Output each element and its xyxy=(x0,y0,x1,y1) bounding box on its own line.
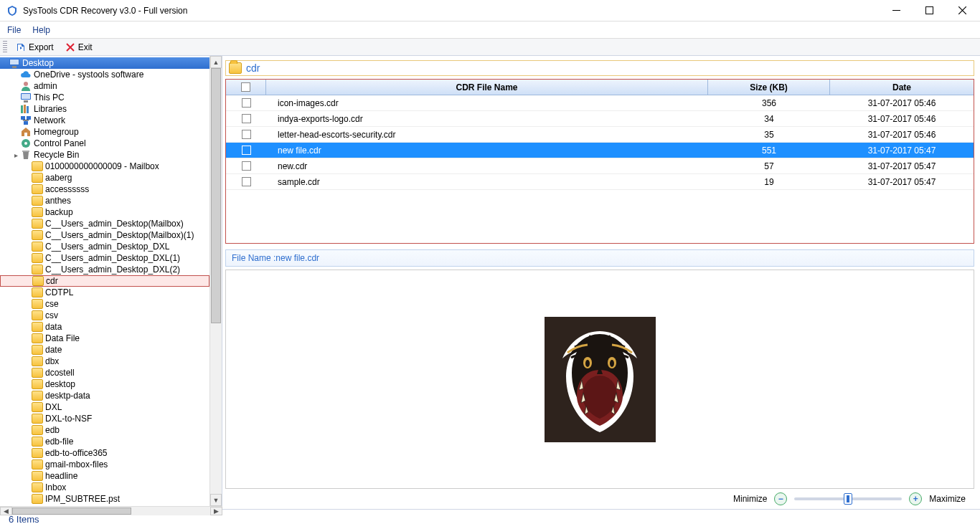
minimize-button[interactable] xyxy=(880,0,913,22)
tree-folder[interactable]: C__Users_admin_Desktop_DXL(1) xyxy=(0,252,209,264)
tree-label: dbx xyxy=(45,356,59,366)
tree-folder[interactable]: desktop xyxy=(0,378,209,390)
tree-label: date xyxy=(45,345,62,355)
tree-folder[interactable]: gmail-mbox-files xyxy=(0,459,209,470)
grid-row[interactable]: new file.cdr55131-07-2017 05:47 xyxy=(226,143,974,158)
toolbar-grip xyxy=(3,41,7,54)
tree-folder[interactable]: edb xyxy=(0,424,209,436)
scroll-right-icon[interactable]: ▶ xyxy=(210,507,222,515)
tree-label: DXL xyxy=(45,402,62,412)
tree-folder[interactable]: IPM_SUBTREE.pst xyxy=(0,493,209,505)
export-button[interactable]: Export xyxy=(11,39,58,55)
tree-folder[interactable]: dcostell xyxy=(0,367,209,378)
tree-folder[interactable]: anthes xyxy=(0,195,209,206)
row-checkbox[interactable] xyxy=(242,130,251,139)
grid-row[interactable]: icon-images.cdr35631-07-2017 05:46 xyxy=(226,95,974,111)
tree-folder[interactable]: C__Users_admin_Desktop(Mailbox)(1) xyxy=(0,229,209,241)
tree-folder[interactable]: CDTPL xyxy=(0,287,209,298)
tree-item[interactable]: OneDrive - systools software xyxy=(0,69,209,80)
grid-row[interactable]: new.cdr5731-07-2017 05:47 xyxy=(226,158,974,174)
expand-icon[interactable]: ▸ xyxy=(11,151,20,159)
exit-label: Exit xyxy=(78,42,93,52)
tree-icon xyxy=(32,287,43,298)
tree-item[interactable]: Network xyxy=(0,115,209,126)
tree-folder[interactable]: aaberg xyxy=(0,172,209,184)
row-size: 34 xyxy=(708,114,830,124)
row-checkbox[interactable] xyxy=(242,146,251,155)
header-checkbox[interactable] xyxy=(241,82,250,92)
col-date[interactable]: Date xyxy=(830,80,974,95)
row-size: 551 xyxy=(708,146,830,156)
tree-folder[interactable]: desktp-data xyxy=(0,390,209,401)
tree-folder[interactable]: accessssss xyxy=(0,184,209,195)
row-size: 19 xyxy=(708,177,830,187)
tree-item[interactable]: admin xyxy=(0,80,209,92)
tree-icon xyxy=(20,80,32,92)
tree-folder[interactable]: data xyxy=(0,321,209,333)
svg-rect-11 xyxy=(27,106,29,113)
zoom-out-button[interactable]: − xyxy=(774,492,787,505)
tree-label: edb-file xyxy=(45,437,73,447)
tree-folder[interactable]: Inbox xyxy=(0,482,209,493)
maximize-button[interactable] xyxy=(913,0,946,22)
tree-label: C__Users_admin_Desktop_DXL xyxy=(45,242,169,252)
zoom-in-button[interactable]: + xyxy=(909,492,922,505)
svg-rect-12 xyxy=(21,116,25,120)
tree-folder[interactable]: edb-file xyxy=(0,436,209,447)
svg-rect-0 xyxy=(892,10,900,11)
tree-item[interactable]: ▸Recycle Bin xyxy=(0,149,209,161)
tree-folder[interactable]: csv xyxy=(0,310,209,321)
tree-folder[interactable]: DXL xyxy=(0,401,209,413)
grid-row[interactable]: indya-exports-logo.cdr3431-07-2017 05:46 xyxy=(226,111,974,127)
tree-folder[interactable]: edb-to-office365 xyxy=(0,447,209,459)
row-size: 57 xyxy=(708,161,830,171)
zoom-slider[interactable] xyxy=(794,497,902,500)
tree-folder[interactable]: cse xyxy=(0,298,209,310)
content: cdr CDR File Name Size (KB) Date icon-im… xyxy=(222,56,980,509)
row-checkbox[interactable] xyxy=(242,114,251,123)
scroll-hthumb[interactable] xyxy=(12,507,131,515)
zoom-thumb[interactable] xyxy=(844,493,852,505)
zoom-min-label: Minimize xyxy=(733,494,767,504)
tree-folder[interactable]: headline xyxy=(0,470,209,482)
grid-row[interactable]: letter-head-escorts-security.cdr3531-07-… xyxy=(226,127,974,143)
col-checkbox[interactable] xyxy=(226,80,266,95)
col-name[interactable]: CDR File Name xyxy=(266,80,708,95)
tree-item[interactable]: This PC xyxy=(0,92,209,103)
exit-button[interactable]: Exit xyxy=(61,39,97,55)
tree-item[interactable]: Homegroup xyxy=(0,126,209,138)
menu-help[interactable]: Help xyxy=(32,25,50,35)
sidebar-vscroll[interactable]: ▲ ▼ xyxy=(209,56,222,506)
tree-label: accessssss xyxy=(45,184,89,194)
tree-folder[interactable]: C__Users_admin_Desktop(Mailbox) xyxy=(0,218,209,229)
preview-pane xyxy=(225,270,974,489)
menu-file[interactable]: File xyxy=(7,25,21,35)
row-checkbox[interactable] xyxy=(242,161,251,171)
tree-folder-selected[interactable]: cdr xyxy=(0,275,209,287)
tree-folder[interactable]: Data File xyxy=(0,333,209,344)
tree-root[interactable]: Desktop xyxy=(0,57,209,69)
row-checkbox[interactable] xyxy=(242,98,251,108)
tree-folder[interactable]: C__Users_admin_Desktop_DXL xyxy=(0,241,209,252)
tree-folder[interactable]: dbx xyxy=(0,356,209,367)
col-size[interactable]: Size (KB) xyxy=(708,80,830,95)
close-button[interactable] xyxy=(946,0,979,22)
tree-folder[interactable]: backup xyxy=(0,206,209,218)
tree-folder[interactable]: C__Users_admin_Desktop_DXL(2) xyxy=(0,264,209,275)
row-checkbox[interactable] xyxy=(242,177,251,186)
sidebar-hscroll[interactable]: ◀ ▶ xyxy=(0,506,222,515)
scroll-thumb[interactable] xyxy=(211,68,221,323)
tree-folder[interactable]: DXL-to-NSF xyxy=(0,413,209,424)
window-buttons xyxy=(880,0,979,22)
tree-folder[interactable]: date xyxy=(0,344,209,356)
tree-icon xyxy=(32,310,43,321)
scroll-down-icon[interactable]: ▼ xyxy=(210,494,222,506)
tree-item[interactable]: Control Panel xyxy=(0,138,209,149)
tree-icon xyxy=(20,103,32,115)
exit-icon xyxy=(65,42,75,52)
tree-icon xyxy=(32,367,43,378)
tree-item[interactable]: Libraries xyxy=(0,103,209,115)
scroll-up-icon[interactable]: ▲ xyxy=(210,56,222,68)
grid-row[interactable]: sample.cdr1931-07-2017 05:47 xyxy=(226,174,974,190)
tree-folder[interactable]: 0100000000000009 - Mailbox xyxy=(0,161,209,172)
